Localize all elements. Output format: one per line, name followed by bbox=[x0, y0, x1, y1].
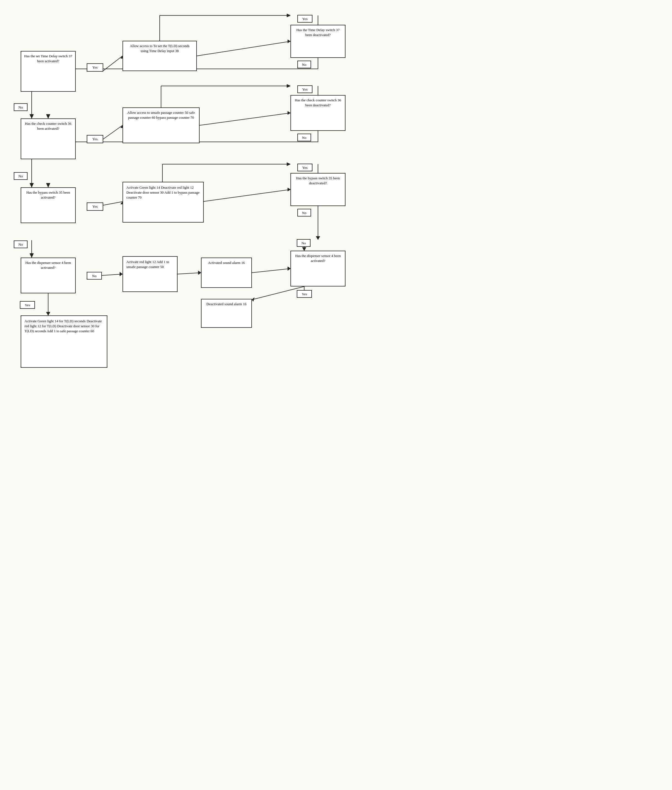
yes-disp2-label: Yes bbox=[297, 290, 312, 298]
svg-marker-28 bbox=[316, 236, 320, 240]
svg-line-33 bbox=[178, 273, 201, 274]
svg-marker-3 bbox=[288, 40, 290, 43]
svg-line-22 bbox=[103, 202, 123, 205]
svg-line-0 bbox=[103, 56, 123, 71]
svg-marker-38 bbox=[302, 247, 306, 251]
svg-marker-19 bbox=[46, 183, 50, 187]
dispenser-activated-box: Has the dispenser sensor 4 been activate… bbox=[21, 258, 76, 293]
svg-line-24 bbox=[202, 189, 290, 202]
no-disp2-label: No bbox=[297, 239, 310, 247]
red-light-actions-box: Activate red light 12 Add 1 to unsafe pa… bbox=[123, 256, 178, 292]
svg-marker-25 bbox=[288, 188, 290, 191]
svg-marker-59 bbox=[287, 162, 290, 166]
no-cc-label: No bbox=[14, 172, 27, 180]
svg-line-41 bbox=[252, 287, 304, 300]
yes-1-label: Yes bbox=[87, 63, 103, 72]
svg-marker-30 bbox=[30, 253, 34, 258]
no-ccd-label: No bbox=[297, 134, 311, 141]
sound-alarm-activated-box: Activated sound alarm 16 bbox=[201, 258, 252, 288]
no-bp-label: No bbox=[14, 240, 27, 248]
sound-alarm-deactivated-box: Deactivated sound alarm 16 bbox=[201, 299, 252, 328]
svg-marker-54 bbox=[287, 84, 290, 88]
bypass-actions-box: Activate Green light 14 Deactivate red l… bbox=[123, 182, 204, 223]
svg-line-11 bbox=[103, 125, 123, 139]
svg-marker-14 bbox=[288, 111, 290, 115]
yes-disp-label: Yes bbox=[20, 301, 35, 309]
allow-counters-box: Allow access to unsafe passage counter 5… bbox=[123, 107, 200, 143]
svg-marker-8 bbox=[46, 114, 50, 119]
yes-cc-label: Yes bbox=[87, 135, 103, 143]
yes-bp-label: Yes bbox=[87, 202, 103, 211]
bypass-deactivated-box: Has the bypass switch 35 been deactivate… bbox=[290, 173, 346, 206]
svg-marker-32 bbox=[120, 272, 123, 276]
time-delay-deactivated-box: Has the Time Delay switch 37 been deacti… bbox=[290, 25, 346, 58]
svg-marker-36 bbox=[288, 267, 290, 271]
svg-line-35 bbox=[252, 269, 290, 273]
no-main-label: No bbox=[14, 103, 27, 111]
time-delay-activated-box: Has the set Time Delay switch 37 been ac… bbox=[21, 51, 76, 92]
svg-marker-49 bbox=[287, 14, 290, 17]
yes-ccd-label: Yes bbox=[297, 85, 312, 93]
svg-marker-40 bbox=[46, 312, 50, 316]
svg-marker-34 bbox=[198, 271, 201, 275]
no-bpd-label: No bbox=[297, 209, 311, 216]
svg-marker-10 bbox=[30, 114, 34, 119]
bypass-activated-box: Has the bypass switch 35 been activated? bbox=[21, 187, 76, 223]
yes-bpd-label: Yes bbox=[297, 163, 312, 171]
check-counter-deactivated-box: Has the check counter switch 36 been dea… bbox=[290, 95, 346, 131]
svg-line-2 bbox=[197, 41, 290, 56]
green-light-tld-box: Activate Green light 14 for T(LD) second… bbox=[21, 316, 107, 368]
dispenser-activated-box-2: Has the dispenser sensor 4 been activate… bbox=[290, 251, 346, 287]
no-tdd-label: No bbox=[297, 61, 311, 68]
check-counter-activated-box: Has the check counter switch 36 been act… bbox=[21, 119, 76, 159]
svg-line-13 bbox=[200, 113, 290, 125]
svg-line-31 bbox=[102, 274, 123, 276]
flowchart: Has the set Time Delay switch 37 been ac… bbox=[0, 0, 672, 790]
yes-tdd-label: Yes bbox=[297, 15, 312, 22]
svg-marker-42 bbox=[252, 298, 254, 301]
allow-time-delay-box: Allow access to To set the T(LD) seconds… bbox=[123, 41, 197, 71]
svg-marker-21 bbox=[30, 183, 34, 187]
no-disp-label: No bbox=[87, 272, 102, 280]
